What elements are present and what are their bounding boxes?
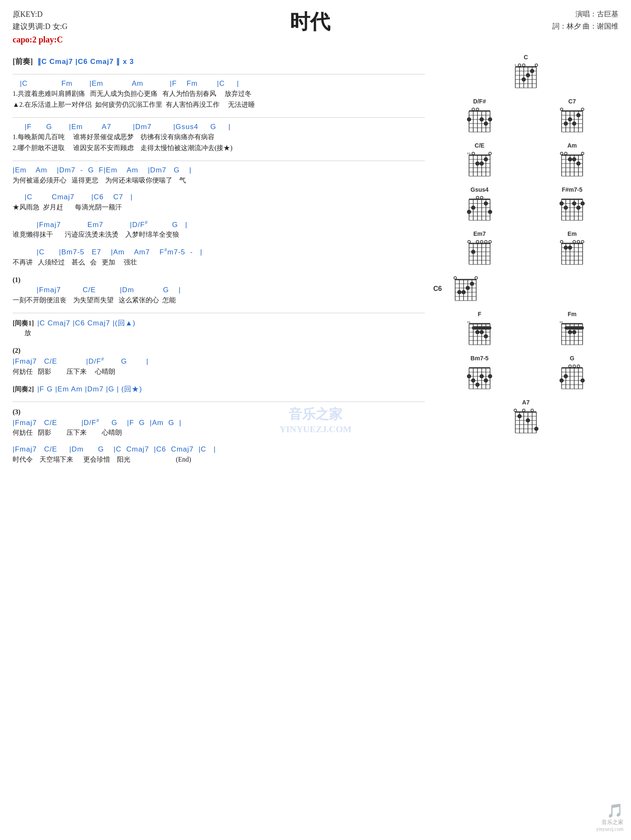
chord-line-2: |F G |Em A7 |Dm7 |Gsus4 G | — [13, 123, 425, 131]
svg-point-262 — [522, 409, 525, 412]
chord-diagrams-panel: C — [433, 54, 618, 473]
chord-g-grid — [557, 363, 587, 393]
svg-point-140 — [480, 240, 483, 243]
svg-point-225 — [467, 374, 471, 378]
interlude-1-header: [间奏1] |C Cmaj7 |C6 Cmaj7 |(回▲) — [13, 318, 425, 328]
svg-rect-193 — [472, 326, 491, 330]
svg-point-194 — [475, 330, 480, 334]
svg-point-85 — [568, 157, 572, 161]
suggested-key: 建议男调:D 女:G — [13, 21, 68, 33]
svg-point-174 — [457, 290, 461, 294]
svg-point-103 — [467, 210, 471, 214]
svg-point-104 — [471, 206, 475, 210]
section-1: |C Fm |Em Am |F Fm |C | 1.共渡着患难叫肩膊剧痛 而无人… — [13, 79, 425, 110]
chord-am-grid — [557, 150, 587, 180]
svg-point-243 — [559, 378, 564, 383]
svg-point-32 — [480, 117, 484, 122]
chord-line-final: |Fmaj7 C/E |Dm G |C Cmaj7 |C6 Cmaj7 |C | — [13, 445, 425, 454]
chord-gsus4-grid — [465, 194, 494, 225]
chord-em7: Em7 — [465, 230, 494, 269]
svg-point-125 — [581, 201, 585, 206]
svg-rect-210 — [565, 326, 584, 330]
svg-point-88 — [560, 152, 563, 155]
song-title: 时代 — [68, 8, 552, 35]
chord-a7: A7 — [511, 399, 541, 437]
svg-point-244 — [564, 374, 568, 378]
svg-point-35 — [472, 108, 475, 111]
chord-em-grid — [557, 238, 587, 269]
interlude-2: [间奏2] |F G |Em Am |Dm7 |G | (回★) — [13, 384, 425, 394]
lyric-1-2: ▲2.在乐活道上那一对伴侣 如何疲劳仍沉溺工作里 有人害怕再没工作 无法进睡 — [13, 100, 425, 110]
svg-point-177 — [470, 282, 474, 286]
section-final: |Fmaj7 C/E |Dm G |C Cmaj7 |C6 Cmaj7 |C |… — [13, 445, 425, 465]
svg-point-195 — [480, 330, 484, 334]
svg-point-158 — [560, 240, 563, 243]
svg-point-87 — [576, 161, 581, 166]
chord-f: F xx — [465, 311, 494, 349]
svg-point-70 — [484, 157, 488, 161]
chord-em: Em — [557, 230, 587, 269]
svg-point-107 — [476, 196, 479, 199]
svg-point-106 — [488, 210, 492, 214]
svg-point-14 — [522, 64, 525, 66]
svg-point-108 — [480, 196, 483, 199]
lyric-4-1: ★风雨急 岁月赶 每滴光阴一额汗 — [13, 202, 425, 212]
svg-point-50 — [568, 117, 572, 122]
label-3: (3) — [13, 407, 425, 417]
label-1: (1) — [13, 275, 425, 285]
chord-ce-grid: xx — [465, 150, 494, 180]
lyric-3-1: 为何被逼必须开心 逼得更悲 为何还未喘吸你便喘了 气 — [13, 175, 425, 185]
lyric-2-2: 2.哪个胆敢不进取 谁因安居不安而顾虑 走得太慢怕被这潮流冲去(接★) — [13, 143, 425, 153]
svg-point-86 — [572, 157, 576, 161]
svg-point-69 — [480, 161, 484, 166]
section-6: |C |Bm7-5 E7 |Am Am7 F#m7-5 - | 不再讲 人须经过… — [13, 247, 425, 267]
chord-line-6: |C |Bm7-5 E7 |Am Am7 F#m7-5 - | — [13, 247, 425, 256]
lyric-interlude-1: 放 — [13, 328, 425, 338]
section-3: |Em Am |Dm7 - G F|Em Am |Dm7 G | 为何被逼必须开… — [13, 166, 425, 185]
prelude-header: [前奏] ‖C Cmaj7 |C6 Cmaj7 ‖ x 3 — [13, 56, 425, 66]
site-logo: 🎵 音乐之家 yinyuezj.com — [596, 803, 623, 832]
svg-point-53 — [560, 108, 563, 111]
section-3b: (3) |Fmaj7 C/E |D/F# G |F G |Am G | 何妨任 … — [13, 407, 425, 438]
chord-c-grid: x — [511, 62, 541, 92]
svg-point-265 — [526, 418, 530, 423]
chord-line-3: |Em Am |Dm7 - G F|Em Am |Dm7 G | — [13, 166, 425, 174]
svg-point-52 — [576, 113, 581, 117]
section-5: |Fmaj7 Em7 |D/F# G | 谁竟懒得抹干 污迹应洗烫未洗烫 入梦时… — [13, 220, 425, 240]
lyric-6-1: 不再讲 人须经过 甚么 会 更加 强壮 — [13, 257, 425, 267]
logo-url: yinyuezj.com — [596, 826, 623, 832]
svg-point-175 — [461, 290, 466, 294]
svg-point-157 — [568, 246, 572, 250]
lyric-1-1: 1.共渡着患难叫肩膊剧痛 而无人成为负担心更痛 有人为怕告别春风 放弃过冬 — [13, 89, 425, 99]
chord-bm7-5: Bm7-5 — [465, 355, 494, 393]
svg-point-230 — [488, 374, 492, 378]
svg-point-72 — [489, 152, 491, 155]
svg-point-141 — [485, 240, 487, 243]
svg-point-16 — [526, 73, 530, 77]
svg-point-36 — [476, 108, 479, 111]
svg-point-138 — [468, 240, 470, 243]
svg-point-161 — [581, 240, 584, 243]
section-2: |F G |Em A7 |Dm7 |Gsus4 G | 1.每晚新闻几百吨 谁将… — [13, 123, 425, 153]
chord-fm-grid: xx — [557, 319, 587, 349]
chord-line-3b: |Fmaj7 C/E |D/F# G |F G |Am G | — [13, 418, 425, 427]
lyric-7-1: 一刻不开朗便沮丧 为失望而失望 这么紧张的心 怎能 — [13, 295, 425, 305]
svg-point-105 — [484, 201, 488, 206]
logo-icon: 🎵 — [607, 803, 623, 819]
chord-df-grid — [465, 106, 494, 136]
chord-c6-grid — [451, 275, 480, 305]
chord-line-5: |Fmaj7 Em7 |D/F# G | — [13, 220, 425, 229]
interlude-1: [间奏1] |C Cmaj7 |C6 Cmaj7 |(回▲) 放 — [13, 318, 425, 338]
svg-point-139 — [476, 240, 479, 243]
svg-point-160 — [577, 240, 580, 243]
section-4: |C Cmaj7 |C6 C7 | ★风雨急 岁月赶 每滴光阴一额汗 — [13, 193, 425, 212]
chord-fm: Fm xx — [557, 311, 587, 349]
svg-point-89 — [565, 152, 567, 155]
svg-point-17 — [530, 69, 534, 73]
svg-point-33 — [484, 122, 488, 126]
lyric-3b-1: 何妨任 阴影 压下来 心晴朗 — [13, 428, 425, 438]
lyric-5-1: 谁竟懒得抹干 污迹应洗烫未洗烫 入梦时绵羊全变狼 — [13, 230, 425, 240]
svg-point-229 — [484, 378, 488, 383]
label-2: (2) — [13, 346, 425, 356]
chord-g: G — [557, 355, 587, 393]
